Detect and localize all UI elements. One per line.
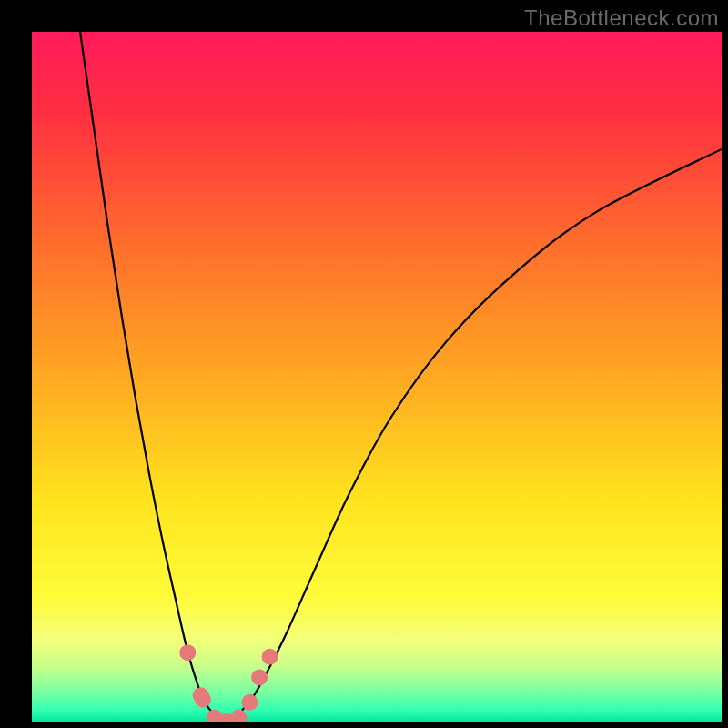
data-point: [251, 669, 268, 685]
plot-svg: [32, 32, 722, 722]
gradient-background: [32, 32, 722, 722]
watermark-text: TheBottleneck.com: [524, 5, 719, 31]
chart-frame: TheBottleneck.com: [0, 0, 728, 728]
plot-area: [32, 32, 722, 722]
green-band: [32, 697, 722, 722]
data-point: [242, 694, 258, 711]
data-point: [262, 649, 278, 665]
data-point: [179, 644, 196, 661]
data-point: [195, 692, 211, 708]
